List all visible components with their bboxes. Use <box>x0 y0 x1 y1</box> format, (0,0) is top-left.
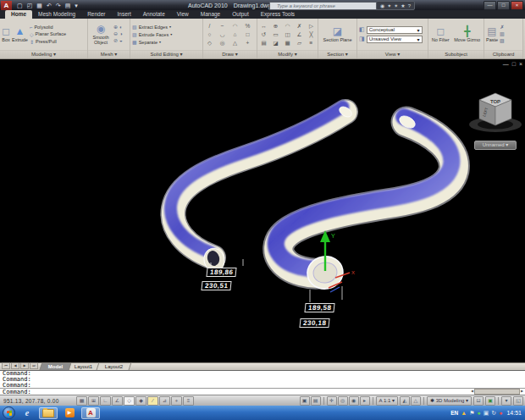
modify-tool-icon[interactable]: ≡ <box>307 39 316 47</box>
dynamic-input-right-1[interactable]: 189,58 <box>304 303 335 312</box>
panel-label-solid-editing[interactable]: Solid Editing ▾ <box>130 50 202 58</box>
panel-label-mesh[interactable]: Mesh ▾ <box>88 50 130 58</box>
box-button[interactable]: ◻ Box <box>2 26 10 42</box>
press-pull-button[interactable]: ⇕Press/Pull <box>30 39 66 45</box>
visual-style-dropdown[interactable]: Conceptual▾ <box>367 26 423 34</box>
infocenter-icon[interactable]: ✦ <box>387 3 391 8</box>
draw-tool-icon[interactable]: ◇ <box>205 39 214 47</box>
media-tray-icon[interactable]: ● <box>499 409 502 417</box>
named-view-button[interactable]: Unnamed ▾ <box>474 141 517 150</box>
draw-tool-icon[interactable]: ◡ <box>218 30 227 38</box>
status-toggle-button[interactable]: ⊞ <box>88 396 99 406</box>
security-shield-icon[interactable]: ▲ <box>461 409 467 417</box>
tab-nav-button[interactable]: ◀ <box>11 362 19 369</box>
clipboard-tool-icon[interactable]: ✗ <box>500 25 505 30</box>
nav-tool-icon[interactable]: ✛ <box>327 396 337 406</box>
paste-button[interactable]: ▤ Paste <box>486 26 498 42</box>
modify-tool-icon[interactable]: ↔ <box>259 22 268 30</box>
dynamic-input-left-1[interactable]: 189,86 <box>206 268 237 277</box>
mesh-tool-icon[interactable]: ◑ <box>119 31 123 37</box>
tab-nav-button[interactable]: ⏮ <box>2 362 10 369</box>
clipboard-tool-icon[interactable]: ▨ <box>500 38 505 44</box>
clean-screen-icon[interactable]: ◱ <box>513 396 523 406</box>
workspace-switcher[interactable]: ✱ 3D Modeling ▾ <box>427 396 472 406</box>
restore-button[interactable]: □ <box>497 1 510 10</box>
search-input[interactable]: Type a keyword or phrase <box>269 2 378 10</box>
ribbon-tab[interactable]: Express Tools <box>255 10 301 19</box>
quick-access-icon[interactable]: ▾ <box>73 1 80 10</box>
tab-model[interactable]: Model <box>40 362 72 370</box>
ribbon-tab[interactable]: Mesh Modeling <box>32 10 81 19</box>
taskbar-autocad-button[interactable]: A <box>81 407 100 419</box>
section-plane-button[interactable]: ◪ Section Plane <box>322 26 354 42</box>
move-gizmo-button[interactable]: ╋ Move Gizmo <box>454 26 480 42</box>
tab-layout2[interactable]: Layout2 <box>96 362 131 370</box>
smooth-object-button[interactable]: ◉ Smooth Object <box>90 24 112 45</box>
panel-label-modify[interactable]: Modify ▾ <box>257 50 318 58</box>
polysolid-button[interactable]: ⌐Polysolid <box>30 25 66 30</box>
ribbon-tab[interactable]: Render <box>81 10 111 19</box>
modify-tool-icon[interactable]: ↺ <box>259 30 268 38</box>
minimize-button[interactable]: — <box>484 1 496 10</box>
quick-access-icon[interactable]: ▤ <box>64 1 73 10</box>
language-indicator[interactable]: EN <box>450 410 458 416</box>
model-canvas[interactable]: Y X TOP LEFT <box>0 59 525 362</box>
panel-label-modeling[interactable]: Modeling ▾ <box>0 50 87 58</box>
nav-tool-icon[interactable]: ◎ <box>338 396 348 406</box>
draw-tool-icon[interactable]: ◠ <box>230 22 240 30</box>
extract-edges-button[interactable]: ▧Extract Edges▾ <box>132 24 172 30</box>
command-scrollbar[interactable]: ◀ ▶ <box>471 389 523 394</box>
command-history[interactable]: Command:Command:Command: <box>0 370 525 388</box>
status-toggle-button[interactable]: ⌖ <box>171 396 182 406</box>
quick-access-icon[interactable]: ◰ <box>25 1 35 10</box>
quick-access-icon[interactable]: ▦ <box>35 1 44 10</box>
separate-button[interactable]: ▩Separate▾ <box>132 39 172 45</box>
panel-label-section[interactable]: Section ▾ <box>318 50 356 58</box>
scroll-right-icon[interactable]: ▶ <box>521 389 523 394</box>
ribbon-tab[interactable]: Manage <box>195 10 227 19</box>
infocenter-icon[interactable]: ★ <box>401 3 405 8</box>
modify-tool-icon[interactable]: ✗ <box>295 22 304 30</box>
modify-tool-icon[interactable]: ▷ <box>307 22 316 30</box>
planar-surface-button[interactable]: ◇Planar Surface <box>30 31 66 37</box>
modify-tool-icon[interactable]: ◫ <box>283 30 292 38</box>
nav-tool-icon[interactable]: ◉ <box>349 396 359 406</box>
viewcube[interactable]: TOP LEFT <box>469 93 522 132</box>
draw-tool-icon[interactable]: ~ <box>218 22 227 30</box>
flag-icon[interactable]: ⚑ <box>469 409 474 417</box>
model-space-icon[interactable]: ▤ <box>311 396 321 406</box>
tab-nav-button[interactable]: ⏭ <box>30 362 38 369</box>
modify-tool-icon[interactable]: ◪ <box>271 39 280 47</box>
mesh-tool-icon[interactable]: ⊖ <box>113 31 118 37</box>
drawing-viewport[interactable]: Y X TOP LEFT — <box>0 59 525 362</box>
ribbon-tab[interactable]: View <box>171 10 195 19</box>
status-toggle-button[interactable]: ◆ <box>135 396 146 406</box>
quick-access-icon[interactable]: ↶ <box>45 1 53 10</box>
start-button[interactable] <box>3 406 15 419</box>
model-space-icon[interactable]: ▣ <box>300 396 310 406</box>
vp-minimize-button[interactable]: — <box>503 61 509 67</box>
status-toggle-button[interactable]: ∕ <box>147 396 158 406</box>
modify-tool-icon[interactable]: ⊕ <box>271 22 280 30</box>
status-toggle-button[interactable]: ◇ <box>124 396 135 406</box>
modify-tool-icon[interactable]: ▭ <box>271 30 280 38</box>
mesh-tool-icon[interactable]: ⊕ <box>113 25 118 30</box>
draw-tool-icon[interactable]: ○ <box>205 30 214 38</box>
dynamic-input-right-2[interactable]: 230,18 <box>299 318 330 328</box>
draw-tool-icon[interactable]: □ <box>243 30 252 38</box>
app-menu-button[interactable]: A <box>1 1 12 10</box>
modify-tool-icon[interactable]: ◠ <box>283 22 292 30</box>
ribbon-tab[interactable]: Output <box>226 10 255 19</box>
no-filter-button[interactable]: ◻ No Filter <box>432 26 450 42</box>
vp-restore-button[interactable]: □ <box>512 61 516 67</box>
status-toggle-button[interactable]: ∟ <box>100 396 111 406</box>
draw-tool-icon[interactable]: / <box>205 22 214 30</box>
vp-close-button[interactable]: × <box>519 61 522 67</box>
infocenter-icon[interactable]: ◉ <box>380 3 384 8</box>
quick-access-icon[interactable]: ▢ <box>15 1 25 10</box>
status-toggle-button[interactable]: ⊿ <box>159 396 170 406</box>
panel-label-view[interactable]: View ▾ <box>357 50 428 58</box>
annotation-icon[interactable]: ◭ <box>400 396 410 406</box>
panel-label-draw[interactable]: Draw ▾ <box>203 50 257 58</box>
status-toggle-button[interactable]: ∠ <box>112 396 123 406</box>
